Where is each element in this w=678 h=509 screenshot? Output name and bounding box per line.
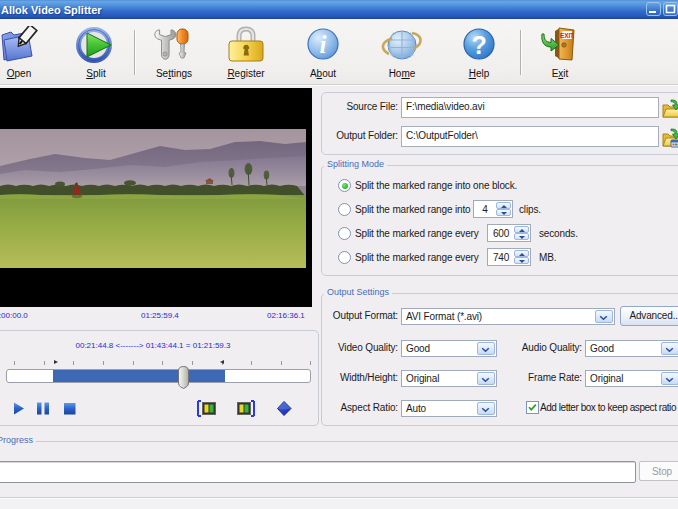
svg-text:?: ?: [471, 31, 486, 59]
svg-text:EXIT: EXIT: [560, 32, 574, 39]
svg-text:i: i: [320, 31, 327, 58]
